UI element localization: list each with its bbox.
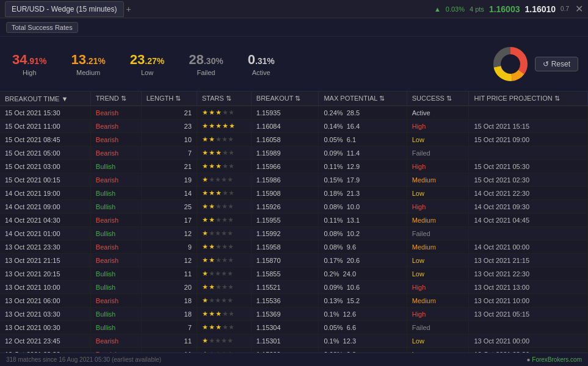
low-label: Low [130, 69, 164, 76]
table-row: 15 Oct 2021 15:30 Bearish 21 ★★★★★ 1.159… [0, 106, 588, 120]
table-row: 13 Oct 2021 00:30 Bullish 7 ★★★★★ 1.1530… [0, 321, 588, 334]
close-button[interactable]: ✕ [575, 3, 583, 15]
table-row: 13 Oct 2021 06:00 Bearish 18 ★★★★★ 1.155… [0, 294, 588, 307]
cell-max-potential: 0.1% 12.6 [319, 307, 407, 321]
table-row: 13 Oct 2021 20:15 Bullish 11 ★★★★★ 1.158… [0, 267, 588, 281]
price-info: ▲ 0.03% 4 pts 1.16003 1.16010 0.7 [434, 4, 569, 14]
cell-length: 23 [141, 120, 197, 133]
cell-stars: ★★★★★ [197, 281, 251, 294]
stat-active: 0.31% Active [248, 52, 275, 76]
cell-stars: ★★★★★ [197, 307, 251, 321]
cell-trend: Bullish [90, 321, 141, 334]
cell-hit-price: 12 Oct 2021 23:30 [469, 348, 588, 353]
table-row: 14 Oct 2021 19:00 Bullish 14 ★★★★★ 1.159… [0, 187, 588, 200]
cell-success: Low [407, 334, 469, 348]
cell-time: 13 Oct 2021 21:15 [0, 254, 90, 267]
cell-hit-price: 15 Oct 2021 05:30 [469, 160, 588, 173]
cell-hit-price: 13 Oct 2021 05:15 [469, 307, 588, 321]
cell-trend: Bearish [90, 120, 141, 133]
cell-time: 13 Oct 2021 06:00 [0, 294, 90, 307]
cell-length: 7 [141, 321, 197, 334]
col-breakout-time[interactable]: BREAKOUT TIME ▼ [0, 92, 90, 106]
cell-length: 9 [141, 240, 197, 254]
cell-breakout: 1.15955 [251, 214, 319, 227]
cell-breakout: 1.15369 [251, 307, 319, 321]
cell-max-potential: 0.08% 9.6 [319, 240, 407, 254]
col-stars[interactable]: STARS ⇅ [197, 92, 251, 106]
cell-length: 18 [141, 307, 197, 321]
bid-price: 1.16003 [489, 4, 520, 14]
cell-breakout: 1.15992 [251, 227, 319, 240]
cell-length: 14 [141, 187, 197, 200]
table-row: 14 Oct 2021 04:30 Bearish 17 ★★★★★ 1.159… [0, 214, 588, 227]
cell-time: 13 Oct 2021 03:30 [0, 307, 90, 321]
cell-time: 12 Oct 2021 23:45 [0, 334, 90, 348]
top-bar: EUR/USD - Wedge (15 minutes) + ▲ 0.03% 4… [0, 0, 588, 18]
cell-breakout: 1.15986 [251, 173, 319, 187]
total-success-label: Total Success Rates [6, 22, 78, 33]
price-arrow-icon: ▲ [434, 5, 441, 13]
cell-max-potential: 0.08% 9.8 [319, 348, 407, 353]
cell-time: 14 Oct 2021 09:00 [0, 200, 90, 214]
cell-success: Low [407, 348, 469, 353]
cell-hit-price [469, 321, 588, 334]
cell-stars: ★★★★★ [197, 267, 251, 281]
cell-max-potential: 0.1% 12.3 [319, 334, 407, 348]
cell-breakout: 1.15521 [251, 281, 319, 294]
cell-max-potential: 0.18% 21.3 [319, 187, 407, 200]
cell-breakout: 1.15309 [251, 348, 319, 353]
cell-success: Low [407, 187, 469, 200]
cell-time: 15 Oct 2021 11:00 [0, 120, 90, 133]
cell-hit-price: 15 Oct 2021 09:00 [469, 133, 588, 146]
cell-length: 12 [141, 227, 197, 240]
table-row: 14 Oct 2021 09:00 Bullish 25 ★★★★★ 1.159… [0, 200, 588, 214]
cell-trend: Bearish [90, 106, 141, 120]
cell-breakout: 1.15908 [251, 187, 319, 200]
col-max-potential[interactable]: MAX POTENTIAL ⇅ [319, 92, 407, 106]
cell-length: 12 [141, 254, 197, 267]
col-hit-price[interactable]: HIT PRICE PROJECTION ⇅ [469, 92, 588, 106]
reset-button[interactable]: ↺ Reset [535, 57, 578, 71]
active-value: 0.31% [248, 52, 275, 68]
cell-time: 14 Oct 2021 04:30 [0, 214, 90, 227]
cell-max-potential: 0.24% 28.5 [319, 106, 407, 120]
cell-hit-price [469, 106, 588, 120]
col-breakout[interactable]: BREAKOUT ⇅ [251, 92, 319, 106]
cell-trend: Bearish [90, 146, 141, 160]
cell-max-potential: 0.11% 13.1 [319, 214, 407, 227]
cell-time: 15 Oct 2021 05:00 [0, 146, 90, 160]
header-area: 34.91% High 13.21% Medium 23.27% Low 28.… [0, 37, 588, 92]
cell-max-potential: 0.05% 6.1 [319, 133, 407, 146]
cell-max-potential: 0.09% 11.4 [319, 146, 407, 160]
ask-price: 1.16010 [524, 4, 556, 14]
cell-max-potential: 0.17% 20.6 [319, 254, 407, 267]
cell-stars: ★★★★★ [197, 321, 251, 334]
cell-breakout: 1.15301 [251, 334, 319, 348]
cell-length: 11 [141, 267, 197, 281]
col-length[interactable]: LENGTH ⇅ [141, 92, 197, 106]
cell-hit-price: 14 Oct 2021 04:45 [469, 214, 588, 227]
cell-stars: ★★★★★ [197, 187, 251, 200]
col-success[interactable]: SUCCESS ⇅ [407, 92, 469, 106]
cell-trend: Bearish [90, 173, 141, 187]
table-wrapper[interactable]: BREAKOUT TIME ▼ TREND ⇅ LENGTH ⇅ STARS ⇅… [0, 92, 588, 353]
cell-trend: Bearish [90, 334, 141, 348]
cell-trend: Bullish [90, 160, 141, 173]
table-row: 13 Oct 2021 23:30 Bearish 9 ★★★★★ 1.1595… [0, 240, 588, 254]
cell-stars: ★★★★★ [197, 106, 251, 120]
cell-trend: Bearish [90, 214, 141, 227]
cell-breakout: 1.15536 [251, 294, 319, 307]
low-value: 23.27% [130, 52, 164, 68]
cell-max-potential: 0.08% 10.0 [319, 200, 407, 214]
col-trend[interactable]: TREND ⇅ [90, 92, 141, 106]
svg-point-5 [501, 55, 520, 73]
high-value: 34.91% [12, 52, 46, 68]
table-row: 13 Oct 2021 03:30 Bullish 18 ★★★★★ 1.153… [0, 307, 588, 321]
cell-breakout: 1.16084 [251, 120, 319, 133]
cell-time: 14 Oct 2021 01:00 [0, 227, 90, 240]
data-table: BREAKOUT TIME ▼ TREND ⇅ LENGTH ⇅ STARS ⇅… [0, 92, 588, 353]
tab[interactable]: EUR/USD - Wedge (15 minutes) [5, 1, 124, 17]
tab-add-button[interactable]: + [126, 4, 131, 14]
cell-breakout: 1.15966 [251, 160, 319, 173]
table-row: 13 Oct 2021 21:15 Bearish 12 ★★★★★ 1.158… [0, 254, 588, 267]
